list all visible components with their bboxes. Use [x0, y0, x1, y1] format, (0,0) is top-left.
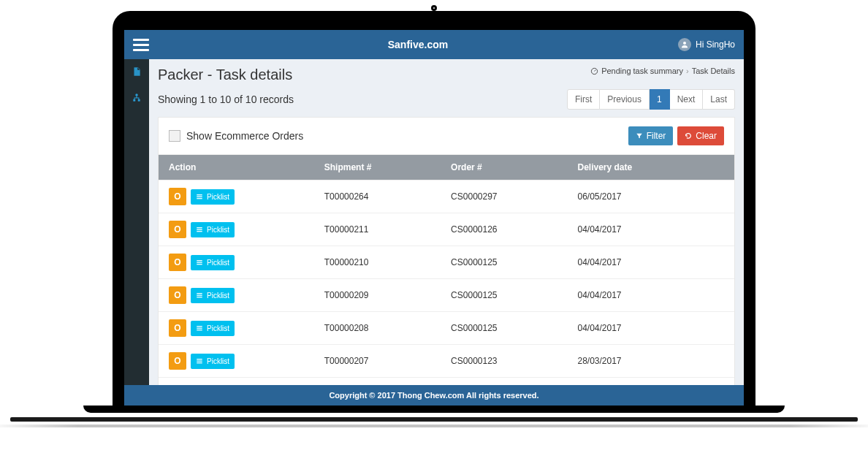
col-action: Action — [159, 155, 314, 180]
picklist-button[interactable]: Picklist — [191, 255, 235, 270]
cell-delivery: 04/04/2017 — [567, 213, 734, 246]
cell-delivery: 24/03/2017 — [567, 378, 734, 386]
page-first-button[interactable]: First — [567, 89, 600, 110]
svg-rect-16 — [197, 297, 202, 297]
cell-delivery: 28/03/2017 — [567, 345, 734, 378]
cell-delivery: 04/04/2017 — [567, 246, 734, 279]
brand-title: Sanfive.com — [158, 39, 678, 50]
refresh-icon — [685, 132, 692, 140]
svg-rect-5 — [197, 194, 202, 195]
cell-shipment: T00000207 — [314, 345, 441, 378]
cell-order: CS0000110 — [441, 378, 567, 386]
svg-point-1 — [135, 94, 138, 96]
svg-rect-15 — [197, 295, 202, 296]
cell-shipment: T00000208 — [314, 312, 441, 345]
svg-rect-13 — [197, 264, 202, 264]
svg-rect-9 — [197, 229, 202, 230]
records-summary: Showing 1 to 10 of 10 records — [158, 94, 294, 105]
page-1-button[interactable]: 1 — [650, 89, 670, 110]
page-header: Packer - Task details Pending task summa… — [158, 66, 735, 83]
breadcrumb-item-1[interactable]: Pending task summary — [601, 66, 683, 75]
svg-rect-14 — [197, 293, 202, 294]
copyright: Copyright © 2017 Thong Chew.com All righ… — [329, 391, 538, 400]
table-row: OPicklistT00000208CS000012504/04/2017 — [159, 312, 734, 345]
table-row: OPicklistT00000207CS000012328/03/2017 — [159, 345, 734, 378]
picklist-button[interactable]: Picklist — [191, 222, 235, 237]
laptop-bezel: Sanfive.com Hi SingHo — [113, 11, 755, 406]
breadcrumb: Pending task summary › Task Details — [590, 66, 735, 75]
checkbox-label: Show Ecommerce Orders — [186, 130, 303, 142]
card-actions: Filter Clear — [628, 126, 724, 145]
clear-button[interactable]: Clear — [677, 126, 724, 145]
action-o-button[interactable]: O — [169, 286, 186, 304]
show-ecommerce-checkbox[interactable]: Show Ecommerce Orders — [169, 130, 303, 142]
user-menu[interactable]: Hi SingHo — [678, 38, 735, 51]
col-delivery: Delivery date — [567, 155, 734, 180]
list-icon — [196, 357, 203, 365]
table-row: OPicklistT00000194CS000011024/03/2017 — [159, 378, 734, 386]
checkbox-icon — [169, 130, 180, 142]
list-icon — [196, 193, 203, 200]
svg-rect-12 — [197, 262, 202, 263]
action-o-button[interactable]: O — [169, 352, 186, 370]
cell-delivery: 04/04/2017 — [567, 279, 734, 312]
svg-rect-8 — [197, 227, 202, 228]
avatar-icon — [678, 38, 691, 51]
svg-rect-20 — [197, 359, 202, 359]
list-icon — [196, 292, 203, 299]
table-row: OPicklistT00000211CS000012604/04/2017 — [159, 213, 734, 246]
svg-rect-11 — [197, 260, 202, 261]
sidebar — [124, 59, 149, 385]
funnel-icon — [636, 132, 643, 140]
cell-shipment: T00000209 — [314, 279, 441, 312]
svg-rect-2 — [133, 99, 135, 102]
breadcrumb-sep: › — [686, 66, 689, 75]
cell-delivery: 04/04/2017 — [567, 312, 734, 345]
col-order: Order # — [441, 155, 567, 180]
cell-order: CS0000125 — [441, 246, 567, 279]
cell-order: CS0000123 — [441, 345, 567, 378]
body-wrap: Packer - Task details Pending task summa… — [124, 59, 744, 385]
app-screen: Sanfive.com Hi SingHo — [124, 30, 744, 406]
action-o-button[interactable]: O — [169, 254, 186, 271]
svg-rect-7 — [197, 198, 202, 199]
laptop-base — [113, 406, 755, 433]
breadcrumb-item-2: Task Details — [692, 66, 735, 75]
table-row: OPicklistT00000210CS000012504/04/2017 — [159, 246, 734, 279]
cell-shipment: T00000211 — [314, 213, 441, 246]
content-area: Packer - Task details Pending task summa… — [149, 59, 744, 385]
list-icon — [196, 259, 203, 266]
picklist-button[interactable]: Picklist — [191, 189, 235, 205]
cell-delivery: 06/05/2017 — [567, 180, 734, 213]
user-greeting: Hi SingHo — [696, 39, 735, 50]
pagination: First Previous 1 Next Last — [567, 89, 735, 110]
picklist-button[interactable]: Picklist — [191, 354, 235, 369]
action-o-button[interactable]: O — [169, 319, 186, 337]
svg-rect-6 — [197, 197, 202, 197]
card-header: Show Ecommerce Orders Filter Clear — [159, 118, 734, 155]
page-next-button[interactable]: Next — [670, 89, 704, 110]
action-o-button[interactable]: O — [169, 188, 186, 205]
menu-toggle-icon[interactable] — [133, 39, 149, 51]
cell-order: CS0000125 — [441, 279, 567, 312]
picklist-button[interactable]: Picklist — [191, 321, 235, 336]
table-row: OPicklistT00000209CS000012504/04/2017 — [159, 279, 734, 312]
topbar: Sanfive.com Hi SingHo — [124, 30, 744, 59]
cell-shipment: T00000194 — [314, 378, 441, 386]
svg-point-0 — [683, 42, 686, 45]
sidebar-item-org[interactable] — [132, 93, 142, 106]
list-icon — [196, 226, 203, 233]
svg-rect-10 — [197, 231, 202, 232]
laptop-frame: Sanfive.com Hi SingHo — [113, 11, 755, 433]
action-o-button[interactable]: O — [169, 221, 186, 238]
svg-rect-3 — [138, 99, 140, 102]
list-icon — [196, 324, 203, 332]
page-previous-button[interactable]: Previous — [600, 89, 650, 110]
svg-rect-18 — [197, 328, 202, 329]
task-table: Action Shipment # Order # Delivery date … — [159, 155, 734, 385]
picklist-button[interactable]: Picklist — [191, 288, 235, 303]
filter-button[interactable]: Filter — [628, 126, 674, 145]
cell-shipment: T00000210 — [314, 246, 441, 279]
page-last-button[interactable]: Last — [703, 89, 735, 110]
sidebar-item-document[interactable] — [132, 66, 142, 80]
